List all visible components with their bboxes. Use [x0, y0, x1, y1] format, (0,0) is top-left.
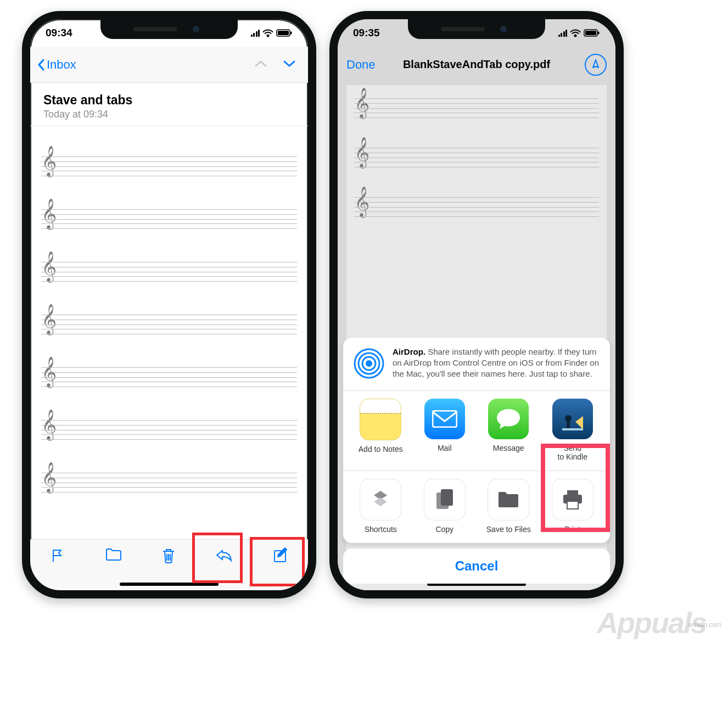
pdf-title: BlankStaveAndTab copy.pdf	[403, 58, 550, 71]
mail-header: Stave and tabs Today at 09:34	[30, 85, 308, 126]
music-stave: 𝄞	[41, 151, 297, 178]
svg-rect-11	[433, 411, 457, 427]
share-app-row: Add to Notes Mail Message	[343, 391, 610, 472]
cellular-icon	[558, 29, 568, 37]
music-stave: 𝄞	[41, 204, 297, 231]
mute-switch	[329, 96, 330, 121]
svg-rect-6	[598, 32, 600, 35]
wifi-icon	[570, 29, 581, 37]
svg-rect-14	[567, 421, 570, 428]
airdrop-description: AirDrop. Share instantly with people nea…	[393, 346, 601, 380]
notch	[408, 19, 545, 39]
action-label: Copy	[435, 525, 453, 534]
print-icon	[552, 479, 593, 520]
vol-up	[329, 135, 330, 178]
svg-point-7	[366, 360, 372, 367]
action-copy[interactable]: Copy	[413, 479, 477, 534]
mail-app-icon	[424, 399, 465, 439]
mute-switch	[22, 96, 23, 121]
action-label: Print	[564, 525, 580, 534]
action-label: Shortcuts	[365, 525, 397, 534]
cellular-icon	[251, 29, 260, 37]
side-button	[623, 129, 624, 200]
app-label: Message	[493, 444, 524, 453]
svg-rect-1	[278, 31, 289, 35]
music-stave: 𝄞	[41, 362, 297, 389]
music-stave: 𝄞	[41, 256, 297, 284]
reply-button[interactable]	[215, 547, 233, 565]
phone-left-mail: 09:34 Inbox	[22, 11, 316, 598]
delete-button[interactable]	[161, 547, 176, 566]
svg-rect-5	[585, 31, 596, 35]
cancel-label: Cancel	[455, 558, 499, 574]
music-stave: 𝄞	[354, 93, 599, 120]
music-stave: 𝄞	[354, 192, 599, 219]
notes-app-icon	[360, 399, 401, 440]
nav-bar: Inbox	[30, 47, 308, 83]
flag-button[interactable]	[49, 547, 66, 566]
svg-rect-19	[567, 501, 578, 509]
status-time: 09:35	[353, 27, 380, 39]
app-label: Add to Notes	[359, 445, 403, 454]
action-label: Save to Files	[486, 525, 531, 534]
source-watermark: wsxdn.com	[688, 621, 721, 629]
music-stave: 𝄞	[41, 309, 297, 337]
airdrop-section[interactable]: AirDrop. Share instantly with people nea…	[343, 338, 610, 391]
svg-rect-12	[562, 428, 583, 430]
app-label-l2: to Kindle	[558, 452, 587, 462]
action-shortcuts[interactable]: Shortcuts	[349, 479, 413, 534]
action-save-to-files[interactable]: Save to Files	[477, 479, 541, 534]
music-stave: 𝄞	[41, 467, 297, 495]
share-message[interactable]: Message	[477, 399, 541, 462]
share-send-to-kindle[interactable]: Send to Kindle	[541, 399, 605, 462]
airdrop-icon	[352, 346, 386, 380]
music-stave: 𝄞	[354, 142, 599, 170]
notch	[100, 19, 238, 39]
wifi-icon	[262, 29, 273, 37]
vol-down	[329, 187, 330, 231]
files-icon	[488, 479, 529, 520]
back-label: Inbox	[47, 58, 76, 72]
vol-up	[22, 135, 23, 178]
pdf-nav-bar: Done BlankStaveAndTab copy.pdf	[338, 47, 615, 82]
svg-rect-16	[441, 489, 453, 506]
shortcuts-icon	[360, 479, 401, 520]
next-message-button[interactable]	[283, 59, 296, 70]
compose-button[interactable]	[272, 547, 289, 566]
app-label-l1: Send	[563, 444, 581, 453]
prev-message-button[interactable]	[254, 59, 267, 70]
mail-subject: Stave and tabs	[43, 93, 295, 108]
airdrop-bold: AirDrop.	[393, 347, 425, 356]
status-time: 09:34	[46, 27, 72, 39]
share-action-row: Shortcuts Copy Save to Files	[343, 471, 610, 543]
vol-down	[22, 187, 23, 231]
back-button[interactable]: Inbox	[37, 58, 76, 72]
share-mail[interactable]: Mail	[413, 399, 477, 462]
done-button[interactable]: Done	[346, 58, 376, 72]
mail-date: Today at 09:34	[43, 109, 295, 120]
kindle-app-icon	[552, 399, 593, 439]
phone-right-share: 09:35 Done BlankStaveAndTab copy.pdf 𝄞	[329, 11, 624, 598]
markup-button[interactable]	[585, 54, 607, 76]
action-print[interactable]: Print	[541, 479, 605, 534]
battery-icon	[584, 29, 600, 37]
svg-rect-2	[290, 32, 292, 35]
move-button[interactable]	[105, 547, 122, 565]
side-button	[316, 129, 316, 200]
cancel-button[interactable]: Cancel	[343, 549, 610, 584]
svg-rect-17	[567, 490, 578, 495]
copy-icon	[424, 479, 466, 520]
music-stave: 𝄞	[41, 415, 297, 442]
mail-body[interactable]: 𝄞 𝄞 𝄞 𝄞 𝄞 𝄞 𝄞	[30, 129, 308, 546]
home-indicator[interactable]	[120, 583, 219, 586]
app-label: Mail	[438, 444, 452, 453]
share-add-to-notes[interactable]: Add to Notes	[349, 399, 413, 462]
messages-app-icon	[488, 399, 529, 439]
share-sheet: AirDrop. Share instantly with people nea…	[343, 338, 610, 584]
battery-icon	[276, 29, 293, 37]
